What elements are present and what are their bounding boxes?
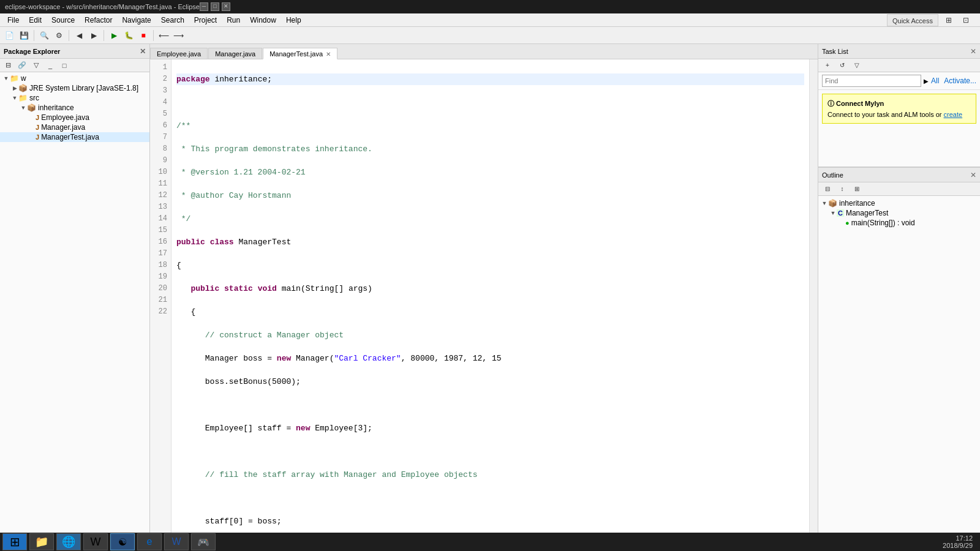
toolbar-prev[interactable]: ⟵ (157, 29, 170, 42)
tab-manager[interactable]: Manager.java (208, 48, 262, 59)
package-explorer-close[interactable]: ✕ (140, 47, 146, 56)
connect-mylyn-title: ⓘ Connect Mylyn (827, 99, 971, 108)
toolbar-btn-6[interactable]: ▶ (87, 29, 100, 42)
toolbar-btn-5[interactable]: ◀ (72, 29, 86, 42)
src-folder-icon: 📁 (18, 94, 28, 102)
minimize-view-button[interactable]: _ (43, 59, 57, 72)
tree-item-manager[interactable]: J Manager.java (0, 122, 149, 132)
tree-item-jre[interactable]: ▶ 📦 JRE System Library [JavaSE-1.8] (0, 83, 149, 93)
run-button[interactable]: ▶ (107, 29, 121, 42)
taskbar-app7[interactable]: 🎮 (191, 533, 216, 550)
task-list-close[interactable]: ✕ (970, 47, 976, 56)
menu-navigate[interactable]: Navigate (117, 15, 156, 26)
menu-edit[interactable]: Edit (24, 15, 47, 26)
menu-help[interactable]: Help (281, 15, 306, 26)
tree-item-w[interactable]: ▼ 📁 w (0, 73, 149, 83)
tree-item-src[interactable]: ▼ 📁 src (0, 93, 149, 103)
menu-refactor[interactable]: Refactor (80, 15, 117, 26)
outline-panel: Outline ✕ ⊟ ↕ ⊞ ▼ 📦 inheritance ▼ (818, 167, 980, 538)
taskbar-ie[interactable]: e (137, 533, 162, 550)
title-bar-buttons: ─ □ ✕ (200, 2, 230, 11)
task-refresh-button[interactable]: ↺ (835, 59, 849, 72)
tab-managertest[interactable]: ManagerTest.java ✕ (263, 48, 337, 59)
toolbar-next[interactable]: ⟶ (172, 29, 185, 42)
minimize-button[interactable]: ─ (200, 2, 208, 11)
task-filter-button[interactable]: ▽ (850, 59, 864, 72)
file-tree: ▼ 📁 w ▶ 📦 JRE System Library [JavaSE-1.8… (0, 72, 149, 538)
task-new-button[interactable]: + (821, 59, 834, 72)
menu-bar: File Edit Source Refactor Navigate Searc… (0, 13, 980, 27)
tree-label-employee: Employee.java (41, 113, 89, 122)
tab-managertest-close[interactable]: ✕ (326, 51, 331, 58)
stop-button[interactable]: ■ (137, 29, 150, 42)
tab-managertest-label: ManagerTest.java (270, 50, 323, 58)
title-bar: eclipse-workspace - w/src/inheritance/Ma… (0, 0, 980, 13)
find-input[interactable] (822, 75, 921, 87)
tree-item-inheritance[interactable]: ▼ 📦 inheritance (0, 103, 149, 113)
menu-window[interactable]: Window (245, 15, 281, 26)
link-editor-button[interactable]: 🔗 (15, 59, 29, 72)
title-bar-text: eclipse-workspace - w/src/inheritance/Ma… (5, 3, 200, 10)
code-editor[interactable]: 1 2 3 4 5 6 7 8 9 10 11 12 13 14 15 16 1 (150, 59, 818, 538)
tree-label-w: w (21, 74, 26, 83)
menu-run[interactable]: Run (222, 15, 245, 26)
toolbar-btn-2[interactable]: 💾 (17, 29, 31, 42)
quick-access-label[interactable]: Quick Access (887, 14, 938, 26)
menu-source[interactable]: Source (47, 15, 80, 26)
tree-label-manager: Manager.java (41, 123, 85, 132)
view-menu-button[interactable]: ▽ (29, 59, 43, 72)
java-file-icon-manager: J (36, 124, 39, 131)
maximize-view-button[interactable]: □ (58, 59, 71, 72)
collapse-all-button[interactable]: ⊟ (1, 59, 15, 72)
outline-item-managertest-class[interactable]: ▼ C ManagerTest (818, 208, 980, 218)
library-icon: 📦 (18, 84, 28, 92)
right-panel: Task List ✕ + ↺ ▽ ▶ All Activate... ⓘ Co… (818, 44, 980, 538)
tree-label-inheritance: inheritance (38, 103, 74, 112)
outline-sort-btn[interactable]: ↕ (835, 182, 849, 196)
debug-button[interactable]: 🐛 (122, 29, 135, 42)
taskbar-app3[interactable]: W (83, 533, 108, 550)
taskbar-eclipse[interactable]: ☯ (110, 533, 135, 550)
toolbar-icon-1[interactable]: ⊞ (942, 13, 956, 27)
taskbar-word[interactable]: W (164, 533, 189, 550)
task-list-title: Task List (822, 48, 848, 55)
code-content[interactable]: package inheritance; /** * This program … (172, 59, 809, 538)
tree-item-managertest[interactable]: J ManagerTest.java (0, 132, 149, 142)
outline-collapse-btn[interactable]: ⊟ (821, 182, 834, 196)
tree-label-jre: JRE System Library [JavaSE-1.8] (29, 84, 138, 92)
editor-scrollbar[interactable] (809, 59, 818, 538)
package-explorer-title: Package Explorer (4, 48, 140, 55)
toolbar-btn-3[interactable]: 🔍 (37, 29, 51, 42)
close-button[interactable]: ✕ (222, 2, 230, 11)
outline-item-inheritance[interactable]: ▼ 📦 inheritance (818, 198, 980, 208)
mylyn-create-link[interactable]: create (944, 111, 963, 118)
editor-tab-bar: Employee.java Manager.java ManagerTest.j… (150, 44, 818, 59)
outline-close[interactable]: ✕ (970, 171, 976, 179)
outline-managertest-label: ManagerTest (846, 209, 888, 217)
maximize-button[interactable]: □ (211, 2, 219, 11)
outline-hide-btn[interactable]: ⊞ (850, 182, 864, 196)
toolbar-sep-4 (153, 30, 154, 41)
folder-icon-w: 📁 (10, 74, 19, 83)
main-toolbar: 📄 💾 🔍 ⚙ ◀ ▶ ▶ 🐛 ■ ⟵ ⟶ (0, 27, 980, 44)
taskbar-explorer[interactable]: 📁 (29, 533, 54, 550)
outline-item-main[interactable]: ● main(String[]) : void (818, 218, 980, 228)
menu-search[interactable]: Search (156, 15, 189, 26)
task-list-section: Task List ✕ + ↺ ▽ ▶ All Activate... ⓘ Co… (818, 44, 980, 167)
connect-mylyn-area: ⓘ Connect Mylyn Connect to your task and… (822, 94, 976, 124)
tab-employee[interactable]: Employee.java (150, 48, 208, 59)
connect-mylyn-text: Connect to your task and ALM tools or cr… (827, 111, 971, 118)
tree-label-managertest: ManagerTest.java (41, 133, 99, 141)
tree-item-employee[interactable]: J Employee.java (0, 113, 149, 122)
system-time: 17:12 2018/9/29 (943, 534, 978, 549)
menu-project[interactable]: Project (189, 15, 222, 26)
start-button[interactable]: ⊞ (2, 533, 27, 550)
new-button[interactable]: 📄 (2, 29, 16, 42)
toolbar-icon-2[interactable]: ⊡ (959, 13, 973, 27)
toolbar-btn-4[interactable]: ⚙ (52, 29, 66, 42)
expand-arrow-employee (28, 114, 36, 121)
menu-file[interactable]: File (2, 15, 24, 26)
activate-label[interactable]: Activate... (944, 77, 976, 85)
filter-all-label[interactable]: All (931, 77, 939, 85)
taskbar-chrome[interactable]: 🌐 (56, 533, 81, 550)
